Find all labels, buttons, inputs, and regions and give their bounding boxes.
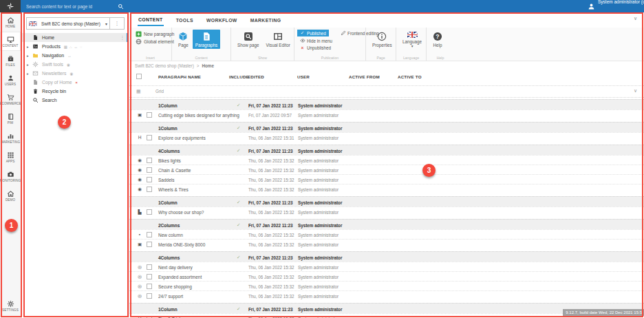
hide-in-menu-toggle[interactable]: Hide in menu: [297, 37, 335, 44]
group-row-1column[interactable]: 1Column ✓ Fri, 07 Jan 2022 11:23 System …: [129, 196, 644, 206]
sidebar-item-settings[interactable]: SETTINGS: [0, 296, 21, 315]
row-checkbox[interactable]: [147, 167, 152, 173]
ribbon-group-help: ? Help Help: [427, 28, 454, 61]
paragraph-row[interactable]: ◉ Wheels & Tires Thu, 06 Jan 2022 15:32 …: [129, 184, 644, 193]
paragraph-row[interactable]: ▙ Why choose our shop? Thu, 06 Jan 2022 …: [129, 206, 644, 216]
row-checkbox[interactable]: [147, 135, 152, 140]
search-icon: [118, 3, 124, 10]
column-header-include[interactable]: INCLUDE: [229, 74, 249, 79]
paragraph-row[interactable]: ▪ New column Thu, 06 Jan 2022 15:32 Syst…: [129, 229, 644, 239]
paragraph-row[interactable]: ◎ Expanded assortment Thu, 06 Jan 2022 1…: [129, 271, 644, 281]
user-menu[interactable]: System administrator (cbc Angel: [588, 0, 644, 12]
column-header-active-from[interactable]: ACTIVE FROM: [349, 74, 380, 79]
tree-options-button[interactable]: ⋮: [109, 17, 125, 30]
help-button[interactable]: ? Help: [430, 30, 445, 49]
row-checkbox[interactable]: [147, 242, 152, 247]
tree-item-products[interactable]: ▸Products▦∴↔◌: [21, 42, 129, 51]
tree-item-newsletters[interactable]: ▸Newsletters◉: [21, 69, 129, 78]
select-all-checkbox[interactable]: [136, 74, 142, 79]
row-checkbox[interactable]: [147, 187, 152, 192]
paragraph-user: System administrator: [298, 158, 339, 163]
row-checkbox[interactable]: [147, 264, 152, 270]
language-button[interactable]: Language ▾: [400, 30, 425, 49]
ribbon-group-page: Properties Page: [366, 28, 396, 61]
column-header-paragraph-name[interactable]: PARAGRAPH NAME: [158, 74, 201, 79]
show-page-button[interactable]: Show page: [235, 30, 262, 49]
group-row-2columns[interactable]: 2Columns ✓ Fri, 07 Jan 2022 11:23 System…: [129, 219, 644, 229]
sidebar-item-users[interactable]: USERS: [0, 70, 21, 89]
group-name: 4Columns: [158, 149, 180, 153]
tree-item-recycle-bin[interactable]: Recycle bin: [21, 87, 129, 96]
published-toggle[interactable]: ✓ Published: [297, 30, 329, 36]
tab-marketing[interactable]: MARKETING: [250, 15, 282, 25]
tree-item-copy-of-home[interactable]: Copy of Home×: [21, 78, 129, 87]
group-user: System administrator: [298, 126, 342, 131]
visual-editor-button[interactable]: Visual Editor: [264, 30, 293, 49]
paragraphs-button[interactable]: Paragraphs: [193, 30, 221, 49]
kebab-menu-icon[interactable]: ⋮: [120, 35, 125, 41]
tree-item-search[interactable]: Search: [21, 96, 129, 105]
sidebar-item-files[interactable]: FILES: [0, 51, 21, 70]
expander-arrow-icon[interactable]: ▸: [27, 45, 32, 49]
paragraph-name: Cutting edge bikes designed for anything: [158, 113, 239, 118]
expander-arrow-icon[interactable]: ▸: [27, 72, 32, 76]
column-header-edited[interactable]: EDITED: [248, 74, 264, 79]
image-icon: [32, 43, 40, 50]
paragraph-row[interactable]: ◉ Chain & Casette Thu, 06 Jan 2022 15:32…: [129, 165, 644, 174]
sidebar-item-demo[interactable]: DEMO: [0, 186, 21, 205]
tab-content[interactable]: CONTENT: [138, 14, 164, 26]
tree-item-navigation[interactable]: ▸Navigation↔: [21, 51, 129, 60]
group-row-1column[interactable]: 1Column ✓ Fri, 07 Jan 2022 11:23 System …: [129, 122, 644, 132]
ribbon-collapse-chevron-icon[interactable]: ∨: [634, 16, 637, 21]
unpublished-toggle[interactable]: × Unpublished: [297, 45, 334, 51]
page-button[interactable]: Page: [175, 30, 191, 49]
paragraph-row[interactable]: ▣ Cutting edge bikes designed for anythi…: [129, 109, 644, 119]
paragraph-row[interactable]: ▣ Merida ONE-Sixty 8000 Thu, 06 Jan 2022…: [129, 239, 644, 248]
sidebar-item-content[interactable]: CONTENT: [0, 32, 21, 51]
row-checkbox[interactable]: [147, 274, 152, 279]
paragraph-edited: Thu, 06 Jan 2022 15:32: [248, 294, 294, 299]
tree-item-home[interactable]: Home⋮: [21, 33, 129, 42]
paragraph-row[interactable]: H Explore our equipments Thu, 06 Jan 202…: [129, 132, 644, 142]
row-checkbox[interactable]: [147, 284, 152, 289]
row-checkbox[interactable]: [147, 232, 152, 237]
app-logo[interactable]: [0, 0, 21, 12]
paragraph-row[interactable]: ◎ Next day delivery Thu, 06 Jan 2022 15:…: [129, 262, 644, 271]
sidebar-item-ecommerce[interactable]: ECOMMERCE: [0, 89, 21, 109]
paragraph-user: System administrator: [298, 113, 339, 118]
new-paragraph-button[interactable]: New paragraph: [134, 30, 171, 38]
breadcrumb-root[interactable]: Swift B2C demo shop (Master): [135, 63, 194, 68]
paragraph-row[interactable]: ◉ Bikes lights Thu, 06 Jan 2022 15:32 Sy…: [129, 155, 644, 165]
globe-icon: [136, 39, 142, 45]
group-row-4columns[interactable]: 4Columns ✓ Fri, 07 Jan 2022 11:23 System…: [129, 145, 644, 155]
tree-item-label: Swift tools: [42, 62, 63, 67]
group-row-1column[interactable]: 1Column ✓ Fri, 07 Jan 2022 11:23 System …: [129, 99, 644, 109]
sidebar-item-apps[interactable]: APPS: [0, 147, 21, 167]
column-header-active-to[interactable]: ACTIVE TO: [398, 74, 422, 79]
column-header-user[interactable]: USER: [297, 74, 310, 79]
site-selector-dropdown[interactable]: Swift B2C demo shop (Master) ▾: [26, 17, 110, 30]
sidebar-item-pim[interactable]: PIM: [0, 109, 21, 128]
sidebar-item-home[interactable]: HOME: [0, 12, 21, 32]
row-checkbox[interactable]: [147, 293, 152, 299]
paragraph-row[interactable]: ◎ Secure shopping Thu, 06 Jan 2022 15:32…: [129, 281, 644, 290]
expander-arrow-icon[interactable]: ▸: [27, 63, 32, 67]
tab-workflow[interactable]: WORKFLOW: [206, 15, 238, 25]
paragraph-row[interactable]: ◉ Saddels Thu, 06 Jan 2022 15:32 System …: [129, 174, 644, 184]
collapse-chevron-icon[interactable]: ∨: [634, 88, 637, 94]
paragraph-row[interactable]: ◎ 24/7 support Thu, 06 Jan 2022 15:32 Sy…: [129, 290, 644, 300]
row-checkbox[interactable]: [147, 112, 152, 118]
row-checkbox[interactable]: [147, 209, 152, 215]
tree-item-swift-tools[interactable]: ▸Swift tools◉: [21, 60, 129, 69]
group-row-4columns[interactable]: 4Columns ✓ Fri, 07 Jan 2022 11:23 System…: [129, 251, 644, 262]
ribbon-toolbar: New paragraph Global element Insert Page: [129, 28, 644, 61]
tab-tools[interactable]: TOOLS: [175, 15, 194, 25]
properties-button[interactable]: Properties: [369, 30, 395, 49]
row-checkbox[interactable]: [147, 177, 152, 182]
sidebar-item-monitoring[interactable]: MONITORING: [0, 167, 21, 186]
search-input[interactable]: Search content for text or page id: [21, 0, 128, 12]
row-checkbox[interactable]: [147, 158, 152, 163]
global-element-button[interactable]: Global element: [134, 38, 171, 45]
sidebar-item-marketing[interactable]: MARKETING: [0, 128, 21, 147]
expander-arrow-icon[interactable]: ▸: [27, 54, 32, 58]
